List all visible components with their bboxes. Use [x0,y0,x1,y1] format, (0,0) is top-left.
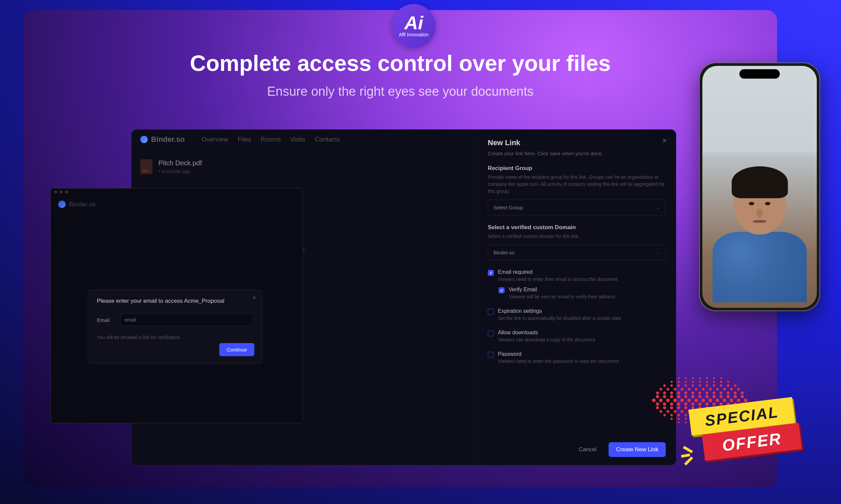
offer-line2: OFFER [721,429,783,455]
phone-mockup [699,62,820,311]
downloads-checkbox[interactable] [488,330,494,336]
viewer-brand: Binder.so [69,201,96,208]
file-name: Pitch Deck.pdf [158,159,202,167]
expiration-checkbox[interactable] [488,309,494,315]
nav-visits[interactable]: Visits [290,136,306,143]
recipient-desc: Provide name of the recipient group for … [488,174,666,195]
domain-select[interactable]: Binder.so ⌄ [488,245,666,260]
app-logo-icon [140,136,148,143]
traffic-light-close[interactable] [54,191,57,194]
nav-contacts[interactable]: Contacts [315,136,340,143]
recipient-group-select[interactable]: Select Group ⌄ [488,200,666,215]
panel-title: New Link [488,139,666,147]
affi-innovation-logo: Ai Affi Innovation [392,4,436,48]
app-brand: Binder.so [151,135,185,144]
verify-email-desc: Viewers will be sent an email to verify … [509,294,615,299]
email-required-label: Email required [498,269,618,275]
domain-label: Select a verified custom Domain [488,224,666,231]
close-icon[interactable]: ✕ [662,137,667,144]
email-required-checkbox[interactable] [488,270,494,276]
downloads-label: Allow downloads [498,330,595,336]
close-icon[interactable]: ✕ [252,295,256,300]
panel-subtitle: Create your link here. Click save when y… [488,150,666,156]
person-photo [713,173,807,300]
email-required-desc: Viewers need to enter their email to acc… [498,276,618,282]
phone-notch [739,69,780,79]
domain-select-value: Binder.so [494,250,515,255]
expiration-desc: Set the link to automatically be disable… [498,316,621,321]
password-checkbox[interactable] [488,352,494,358]
password-label: Password [498,351,619,357]
modal-title: Please enter your email to access Acme_P… [97,298,254,304]
expiration-label: Expiration settings [498,308,621,314]
chevron-down-icon: ⌄ [657,250,660,255]
viewer-logo-icon [58,201,66,208]
offer-line1: SPECIAL [704,403,779,430]
email-label: Email [97,317,114,323]
cancel-button[interactable]: Cancel [572,442,603,457]
chevron-down-icon: ⌄ [657,205,660,210]
recipient-select-value: Select Group [494,205,523,210]
password-desc: Viewers need to enter the password to vi… [498,359,619,364]
verify-email-label: Verify Email [509,287,615,293]
email-input[interactable] [120,314,254,326]
logo-text: Ai [404,15,423,31]
file-meta: • a minute ago [158,168,202,174]
hero-subheadline: Ensure only the right eyes see your docu… [23,84,777,99]
logo-subtext: Affi Innovation [399,32,429,37]
window-titlebar [51,188,303,197]
pdf-file-icon [140,159,152,174]
domain-desc: Select a verified custom domain for this… [488,233,666,240]
recipient-label: Recipient Group [488,165,666,172]
nav-files[interactable]: Files [238,136,251,143]
viewer-window: Binder.so Please enter your email to acc… [50,188,303,424]
nav-rooms[interactable]: Rooms [261,136,281,143]
traffic-light-max[interactable] [65,191,68,194]
modal-hint: You will be emailed a link for verificat… [97,335,254,340]
special-offer-badge: SPECIAL OFFER [669,396,814,470]
nav-overview[interactable]: Overview [202,136,228,143]
burst-icon [683,447,700,464]
email-gate-modal: Please enter your email to access Acme_P… [88,289,263,364]
hero-headline: Complete access control over your files [23,50,777,76]
app-logo: Binder.so [140,135,185,144]
traffic-light-min[interactable] [59,191,63,194]
continue-button[interactable]: Continue [219,343,254,356]
verify-email-checkbox[interactable] [499,287,504,293]
downloads-desc: Viewers can download a copy of the docum… [498,337,595,342]
